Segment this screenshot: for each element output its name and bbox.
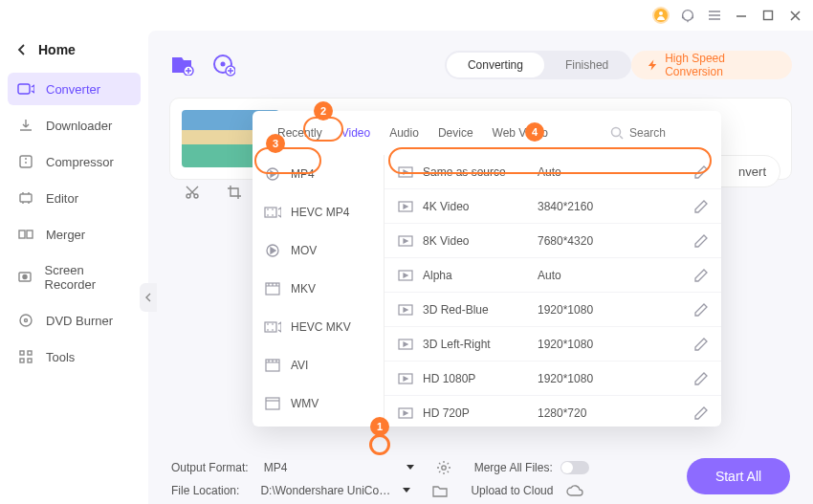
preset-row[interactable]: HD 720P1280*720 xyxy=(385,396,721,426)
format-m4v[interactable]: M4V xyxy=(253,423,384,426)
sidebar-item-screen-recorder[interactable]: Screen Recorder xyxy=(8,254,141,300)
settings-icon[interactable] xyxy=(436,460,451,475)
start-all-label: Start All xyxy=(715,469,761,484)
avatar[interactable] xyxy=(652,7,670,24)
merge-toggle[interactable] xyxy=(560,461,589,474)
preset-edit-icon[interactable] xyxy=(694,200,708,213)
home-label: Home xyxy=(38,42,76,57)
sidebar-label: Tools xyxy=(46,350,75,364)
tab-video[interactable]: Video xyxy=(332,111,380,155)
trim-icon[interactable] xyxy=(185,185,200,200)
svg-rect-15 xyxy=(28,359,32,362)
svg-rect-3 xyxy=(18,84,30,94)
preset-edit-icon[interactable] xyxy=(694,303,708,317)
tab-audio[interactable]: Audio xyxy=(380,111,428,155)
sidebar-item-editor[interactable]: Editor xyxy=(8,182,141,214)
preset-row[interactable]: Same as sourceAuto xyxy=(385,155,721,189)
callout-badge-1: 1 xyxy=(370,417,389,436)
file-location-dropdown[interactable] xyxy=(402,487,411,494)
preset-icon xyxy=(398,407,415,419)
sidebar-label: Compressor xyxy=(46,155,114,169)
output-format-dropdown[interactable] xyxy=(406,464,415,471)
start-all-button[interactable]: Start All xyxy=(687,458,790,494)
toolbar: Converting Finished High Speed Conversio… xyxy=(169,44,792,86)
svg-point-1 xyxy=(683,11,693,21)
preset-edit-icon[interactable] xyxy=(694,165,708,179)
sidebar-item-converter[interactable]: Converter xyxy=(8,73,141,105)
home-button[interactable]: Home xyxy=(8,36,141,63)
tools-icon xyxy=(17,349,34,364)
svg-point-0 xyxy=(659,11,663,15)
svg-rect-14 xyxy=(20,359,24,362)
menu-icon[interactable] xyxy=(706,7,723,24)
cloud-icon[interactable] xyxy=(566,484,583,497)
search-box[interactable] xyxy=(610,126,706,140)
format-wmv[interactable]: WMV xyxy=(253,384,384,423)
support-icon[interactable] xyxy=(679,7,696,24)
format-hevc-mp4[interactable]: HEVC MP4 xyxy=(253,193,384,231)
recorder-icon xyxy=(17,270,33,285)
svg-point-10 xyxy=(20,315,32,326)
callout-badge-2: 2 xyxy=(314,101,333,121)
maximize-icon[interactable] xyxy=(759,7,777,24)
preset-row[interactable]: AlphaAuto xyxy=(385,258,721,293)
chevron-left-icon xyxy=(17,44,27,55)
upload-cloud-label: Upload to Cloud xyxy=(471,484,553,497)
format-list: MP4 HEVC MP4 MOV MKV HEVC MKV AVI WMV M4… xyxy=(253,155,385,426)
file-location-value: D:\Wondershare UniConverter 1 xyxy=(260,484,394,497)
search-input[interactable] xyxy=(629,126,706,140)
svg-rect-25 xyxy=(265,208,276,217)
tab-web-video[interactable]: Web Video xyxy=(483,111,558,155)
add-dvd-button[interactable] xyxy=(211,52,236,78)
preset-row[interactable]: 3D Left-Right1920*1080 xyxy=(385,327,721,362)
format-mov[interactable]: MOV xyxy=(253,231,384,270)
format-hevc-mkv[interactable]: HEVC MKV xyxy=(253,308,384,346)
format-popup: Recently Video Audio Device Web Video MP… xyxy=(253,111,721,427)
format-icon xyxy=(264,397,281,410)
preset-edit-icon[interactable] xyxy=(694,338,708,351)
svg-rect-6 xyxy=(19,230,25,238)
preset-edit-icon[interactable] xyxy=(694,372,708,385)
sidebar-label: Screen Recorder xyxy=(45,263,131,292)
preset-edit-icon[interactable] xyxy=(694,269,708,282)
add-file-button[interactable] xyxy=(169,52,194,78)
svg-point-9 xyxy=(23,275,27,279)
format-avi[interactable]: AVI xyxy=(253,346,384,384)
sidebar-item-compressor[interactable]: Compressor xyxy=(8,145,141,178)
preset-edit-icon[interactable] xyxy=(694,234,708,248)
preset-row[interactable]: HD 1080P1920*1080 xyxy=(385,362,721,396)
preset-row[interactable]: 3D Red-Blue1920*1080 xyxy=(385,293,721,327)
sidebar-item-downloader[interactable]: Downloader xyxy=(8,109,141,142)
format-icon xyxy=(264,206,281,219)
sidebar-item-dvd-burner[interactable]: DVD Burner xyxy=(8,304,141,337)
crop-icon[interactable] xyxy=(227,185,242,200)
format-mkv[interactable]: MKV xyxy=(253,270,384,308)
sidebar-item-tools[interactable]: Tools xyxy=(8,340,141,373)
preset-icon xyxy=(398,201,415,212)
file-location-label: File Location: xyxy=(171,484,239,497)
format-icon xyxy=(264,166,281,182)
svg-rect-12 xyxy=(20,351,24,355)
svg-point-23 xyxy=(612,128,621,137)
converter-icon xyxy=(17,81,34,97)
preset-row[interactable]: 8K Video7680*4320 xyxy=(385,224,721,258)
download-icon xyxy=(17,118,34,133)
output-format-label: Output Format: xyxy=(171,461,249,474)
sidebar: Home Converter Downloader Compressor Edi… xyxy=(0,31,148,504)
preset-row[interactable]: 4K Video3840*2160 xyxy=(385,189,721,224)
tab-device[interactable]: Device xyxy=(428,111,483,155)
preset-edit-icon[interactable] xyxy=(694,406,708,420)
segment-converting[interactable]: Converting xyxy=(447,53,544,77)
callout-badge-4: 4 xyxy=(525,122,544,142)
segment-finished[interactable]: Finished xyxy=(544,53,629,77)
open-folder-icon[interactable] xyxy=(432,484,448,497)
sidebar-item-merger[interactable]: Merger xyxy=(8,218,141,251)
close-icon[interactable] xyxy=(786,7,803,24)
high-speed-button[interactable]: High Speed Conversion xyxy=(631,51,792,79)
collapse-handle[interactable] xyxy=(140,283,157,312)
merger-icon xyxy=(17,227,34,242)
svg-rect-30 xyxy=(266,398,279,409)
minimize-icon[interactable] xyxy=(733,7,750,24)
format-mp4[interactable]: MP4 xyxy=(253,155,384,193)
svg-rect-28 xyxy=(265,322,276,332)
